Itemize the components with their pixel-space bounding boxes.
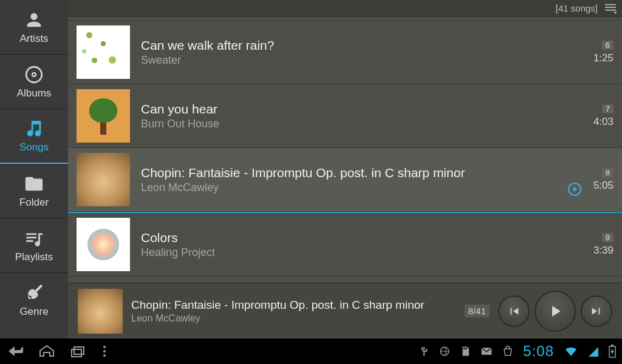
song-row[interactable]: Can we walk after rain? Sweater 6 1:25: [68, 21, 622, 84]
playlist-icon: [24, 228, 44, 249]
svg-point-7: [103, 350, 106, 352]
overflow-icon[interactable]: [101, 344, 108, 359]
song-track-number: 7: [602, 104, 613, 113]
person-icon: [24, 10, 44, 30]
song-title: Chopin: Fantaisie - Impromptu Op. post. …: [141, 166, 566, 180]
now-playing-artist: Leon McCawley: [131, 313, 456, 324]
back-icon[interactable]: [6, 344, 24, 359]
now-playing-title: Chopin: Fantaisie - Impromptu Op. post. …: [131, 298, 456, 312]
svg-point-6: [103, 346, 106, 348]
previous-button[interactable]: [498, 295, 530, 327]
svg-rect-5: [74, 347, 84, 354]
song-track-number: 6: [602, 41, 613, 50]
svg-point-2: [33, 73, 35, 75]
usb-icon[interactable]: [419, 346, 429, 357]
now-playing-icon: [567, 182, 582, 199]
song-count-label: [41 songs]: [556, 3, 598, 13]
home-icon[interactable]: [38, 344, 56, 359]
song-artist: Sweater: [141, 54, 566, 67]
sidebar-item-label: Albums: [17, 87, 52, 99]
now-playing-art[interactable]: [78, 289, 123, 334]
song-duration: 4:03: [593, 116, 613, 128]
content-area: [41 songs]: [68, 0, 622, 339]
sidebar-item-label: Playlists: [15, 251, 53, 263]
song-title: Can we walk after rain?: [141, 38, 566, 53]
guitar-icon: [24, 283, 44, 303]
svg-rect-15: [611, 345, 613, 346]
svg-rect-4: [72, 349, 81, 357]
wifi-icon: [564, 345, 578, 357]
clock: 5:08: [523, 343, 554, 360]
sidebar-item-label: Folder: [19, 197, 49, 209]
song-artist: Burn Out House: [141, 118, 566, 130]
song-row[interactable]: Chopin: Fantaisie - Impromptu Op. post. …: [68, 148, 622, 212]
content-header: [41 songs]: [68, 0, 622, 17]
song-title: Colors: [141, 231, 566, 245]
song-duration: 3:39: [593, 244, 613, 257]
album-art: [77, 89, 130, 143]
song-track-number: 8: [602, 168, 613, 177]
song-artist: Leon McCawley: [141, 181, 566, 194]
sidebar: Artists Albums Songs Folder: [0, 0, 68, 339]
now-playing-bar: Chopin: Fantaisie - Impromptu Op. post. …: [68, 283, 622, 339]
svg-point-8: [103, 354, 106, 357]
song-row[interactable]: Can you hear Burn Out House 7 4:03: [68, 84, 622, 148]
next-button[interactable]: [581, 295, 612, 327]
sidebar-item-label: Songs: [19, 141, 49, 153]
album-art: [77, 153, 130, 206]
songs-list[interactable]: Can we walk after rain? Sweater 6 1:25: [68, 17, 622, 283]
song-artist: Healing Project: [141, 246, 566, 259]
recents-icon[interactable]: [69, 344, 87, 359]
store-icon[interactable]: [502, 346, 513, 357]
svg-rect-12: [466, 348, 468, 349]
battery-charging-icon: [609, 345, 616, 358]
disc-icon: [24, 64, 44, 85]
song-duration: 1:25: [593, 52, 613, 64]
play-button[interactable]: [535, 291, 576, 332]
sidebar-item-albums[interactable]: Albums: [0, 55, 68, 109]
sidebar-item-label: Genre: [19, 306, 48, 318]
sidebar-item-genre[interactable]: Genre: [0, 273, 68, 328]
sidebar-item-label: Artists: [19, 33, 48, 45]
svg-rect-11: [465, 348, 466, 349]
sidebar-item-artists[interactable]: Artists: [0, 0, 68, 55]
mail-icon[interactable]: [480, 346, 493, 357]
song-row[interactable]: Colors Healing Project 9 3:39: [68, 212, 622, 277]
sd-icon[interactable]: [460, 346, 471, 357]
cell-icon: [588, 345, 599, 357]
system-nav-bar: 5:08: [0, 339, 622, 364]
sidebar-item-playlists[interactable]: Playlists: [0, 218, 68, 273]
album-art: [77, 25, 130, 79]
browser-icon[interactable]: [439, 346, 450, 357]
list-resize-icon[interactable]: [604, 3, 617, 14]
music-notes-icon: [24, 118, 44, 139]
song-track-number: 9: [602, 233, 613, 242]
svg-rect-10: [463, 348, 465, 349]
song-duration: 5:05: [593, 180, 613, 192]
album-art: [77, 218, 130, 271]
folder-icon: [24, 174, 44, 194]
song-title: Can you hear: [141, 102, 566, 116]
sidebar-item-folder[interactable]: Folder: [0, 164, 68, 218]
queue-position: 8/41: [465, 305, 490, 317]
sidebar-item-songs[interactable]: Songs: [0, 109, 68, 164]
